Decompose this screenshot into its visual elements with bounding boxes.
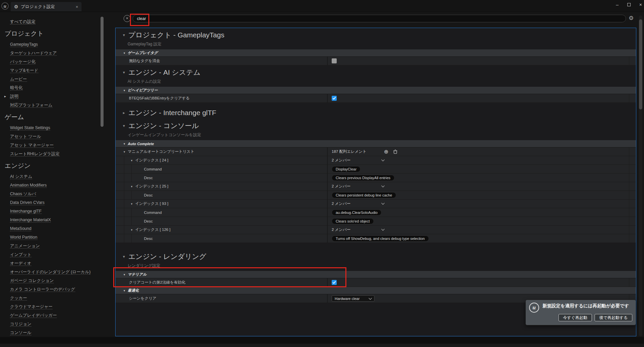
sidebar-item-input[interactable]: インプット	[0, 250, 100, 259]
sidebar-item-gameplay-debugger[interactable]: ゲームプレイデバッガー	[0, 311, 100, 320]
setting-row-desc[interactable]: Desc Clears solo'ed object	[116, 217, 636, 226]
text-value[interactable]: Turns off ShowDebug, and clears debug ty…	[332, 236, 429, 242]
sidebar-item-description[interactable]: ▸説明	[0, 92, 100, 101]
section-heading-gameplaytags[interactable]: ▾ プロジェクト - GameplayTags	[116, 28, 636, 40]
search-options-gear-icon[interactable]: ⚙	[629, 15, 634, 22]
window-minimize-button[interactable]: –	[616, 1, 619, 8]
category-behavior-tree[interactable]: ▾ ビヘイビアツリー	[116, 87, 636, 94]
all-settings-link[interactable]: すべての設定	[10, 17, 100, 26]
checkbox-unchecked[interactable]	[332, 58, 337, 63]
sidebar-item-asset-manager[interactable]: アセット マネージャー	[0, 141, 100, 149]
window-close-button[interactable]: ×	[639, 1, 642, 8]
setting-row-index-126[interactable]: ▾ インデックス [ 126 ] 2 メンバー	[116, 226, 636, 234]
sidebar-item-world-partition[interactable]: World Partition	[0, 233, 100, 242]
restart-now-button[interactable]: 今すぐ再起動	[558, 314, 592, 321]
setting-row-command[interactable]: Command au.debug.ClearSoloAudio	[116, 208, 636, 217]
setting-row-clear-invalid-tags[interactable]: 無効なタグを消去	[116, 57, 636, 65]
collapse-arrow-icon[interactable]: ▾	[131, 185, 133, 188]
chevron-down-icon[interactable]	[381, 184, 385, 188]
section-heading-ai-system[interactable]: ▾ エンジン - AI システム	[116, 65, 636, 77]
checkbox-checked[interactable]	[332, 280, 337, 285]
sidebar-item-asset-tools[interactable]: アセット ツール	[0, 132, 100, 141]
search-input[interactable]: clear	[133, 15, 626, 22]
sidebar-item-garbage-collection[interactable]: ガベージ コレクション	[0, 276, 100, 285]
sidebar-item-collision[interactable]: コリジョン	[0, 320, 100, 328]
category-gameplay-tags[interactable]: ▾ ゲームプレイタグ	[116, 49, 636, 57]
sidebar-item-metasound[interactable]: MetaSound	[0, 224, 100, 233]
collapse-arrow-icon[interactable]: ▾	[124, 289, 125, 292]
sidebar-item-animation-modifiers[interactable]: Animation Modifiers	[0, 181, 100, 190]
chevron-down-icon[interactable]	[381, 158, 385, 161]
collapse-arrow-icon[interactable]: ▾	[123, 70, 125, 75]
sidebar-scrollbar[interactable]	[101, 15, 104, 336]
text-value[interactable]: Clears previous DisplayAll entries	[332, 175, 394, 181]
sidebar-item-gameplaytags[interactable]: GameplayTags	[0, 40, 100, 49]
sidebar-item-crowd-manager[interactable]: クラウドマネージャー	[0, 302, 100, 311]
tab-close-icon[interactable]: ×	[75, 4, 78, 9]
main-scrollbar[interactable]	[639, 15, 642, 336]
setting-row-clearcoat-second-normal[interactable]: クリアコートの第2法線を有効化	[116, 278, 636, 287]
text-value[interactable]: DisplayClear	[332, 166, 360, 172]
restart-later-button[interactable]: 後で再起動する	[595, 314, 632, 321]
sidebar-item-movies[interactable]: ムービー	[0, 75, 100, 83]
window-maximize-button[interactable]	[627, 1, 631, 8]
text-value[interactable]: au.debug.ClearSoloAudio	[332, 210, 381, 216]
setting-row-index-93[interactable]: ▾ インデックス [ 93 ] 2 メンバー	[116, 200, 636, 208]
sidebar-item-data-driven-cvars[interactable]: Data Driven CVars	[0, 198, 100, 207]
category-optimization[interactable]: ▾ 最適化	[116, 287, 636, 294]
setting-row-desc[interactable]: Desc Turns off ShowDebug, and clears deb…	[116, 234, 636, 243]
setting-row-desc[interactable]: Desc Clears persistent debug line cache	[116, 191, 636, 200]
collapse-arrow-icon[interactable]: ▾	[124, 89, 125, 92]
sidebar-item-cooker[interactable]: クッカー	[0, 294, 100, 302]
sidebar-item-target-hardware[interactable]: ターゲットハードウェア	[0, 49, 100, 57]
sidebar-item-animation[interactable]: アニメーション	[0, 242, 100, 250]
clear-scene-dropdown[interactable]: Hardware clear	[332, 295, 374, 302]
main-scrollbar-thumb[interactable]	[639, 19, 642, 109]
sidebar-scrollbar-thumb[interactable]	[101, 17, 104, 127]
sidebar-item-widget-state-settings[interactable]: Widget State Settings	[0, 123, 100, 132]
sidebar-item-ai-system[interactable]: AI システム	[0, 172, 100, 181]
collapse-arrow-icon[interactable]: ▾	[131, 159, 133, 162]
collapse-arrow-icon[interactable]: ▾	[123, 123, 125, 128]
sidebar-item-interchange-gltf[interactable]: Interchange glTF	[0, 207, 100, 216]
category-material[interactable]: ▾ マテリアル	[116, 271, 636, 278]
collapse-arrow-icon[interactable]: ▾	[131, 202, 133, 206]
text-value[interactable]: Clears solo'ed object	[332, 218, 374, 224]
section-heading-interchange-gltf[interactable]: ▸ エンジン - Interchange glTF	[116, 103, 636, 119]
setting-row-index-24[interactable]: ▾ インデックス [ 24 ] 2 メンバー	[116, 156, 636, 165]
sidebar-item-packaging[interactable]: パッケージ化	[0, 57, 100, 66]
sidebar-item-slate-rhi-renderer[interactable]: スレートRHIレンダラ設定	[0, 149, 100, 158]
collapse-arrow-icon[interactable]: ▾	[124, 51, 125, 55]
collapse-arrow-icon[interactable]: ▾	[123, 33, 125, 37]
sidebar-item-audio[interactable]: オーディオ	[0, 259, 100, 268]
setting-row-bt-eqs-fail[interactable]: BTEQSFailのBBEntryをクリアする	[116, 94, 636, 103]
collapse-arrow-icon[interactable]: ▾	[131, 228, 133, 232]
sidebar-item-maps-modes[interactable]: マップ&モード	[0, 66, 100, 75]
sidebar-item-rendering-overrides[interactable]: オーバーライドのレンダリング (ローカル)	[0, 268, 100, 276]
setting-row-desc[interactable]: Desc Clears previous DisplayAll entries	[116, 174, 636, 182]
expand-arrow-icon[interactable]: ▸	[4, 92, 6, 101]
collapse-arrow-icon[interactable]: ▾	[124, 150, 125, 153]
section-heading-rendering[interactable]: ▾ エンジン - レンダリング	[116, 250, 636, 262]
sidebar-item-supported-platforms[interactable]: 対応プラットフォーム	[0, 101, 100, 109]
collapse-arrow-icon[interactable]: ▾	[124, 273, 125, 276]
sidebar-item-chaos-solver[interactable]: Chaos ソルバ	[0, 190, 100, 198]
collapse-arrow-icon[interactable]: ▾	[124, 142, 125, 145]
collapse-arrow-icon[interactable]: ▸	[123, 110, 125, 115]
sidebar-item-console[interactable]: コンソール	[0, 328, 100, 337]
setting-row-manual-autocomplete-list[interactable]: ▾ マニュアルオートコンプリートリスト 187 配列エレメント ⊕	[116, 147, 636, 156]
chevron-down-icon[interactable]	[381, 202, 385, 205]
tab-project-settings[interactable]: ⚙ プロジェクト設定 ×	[11, 2, 82, 11]
checkbox-checked[interactable]	[332, 96, 337, 101]
sidebar-item-encryption[interactable]: 暗号化	[0, 83, 100, 92]
category-auto-complete[interactable]: ▾ Auto Complete	[116, 140, 636, 147]
sidebar-item-camera-controller-debug[interactable]: カメラ コントローラーのデバッグ	[0, 285, 100, 294]
chevron-down-icon[interactable]	[381, 228, 385, 231]
section-heading-console[interactable]: ▾ エンジン - コンソール	[116, 119, 636, 131]
setting-row-command[interactable]: Command DisplayClear	[116, 165, 636, 174]
search-clear-button[interactable]: ×	[124, 15, 131, 22]
trash-icon[interactable]	[393, 149, 397, 154]
setting-row-index-25[interactable]: ▾ インデックス [ 25 ] 2 メンバー	[116, 182, 636, 191]
add-element-icon[interactable]: ⊕	[384, 148, 388, 155]
text-value[interactable]: Clears persistent debug line cache	[332, 192, 396, 198]
